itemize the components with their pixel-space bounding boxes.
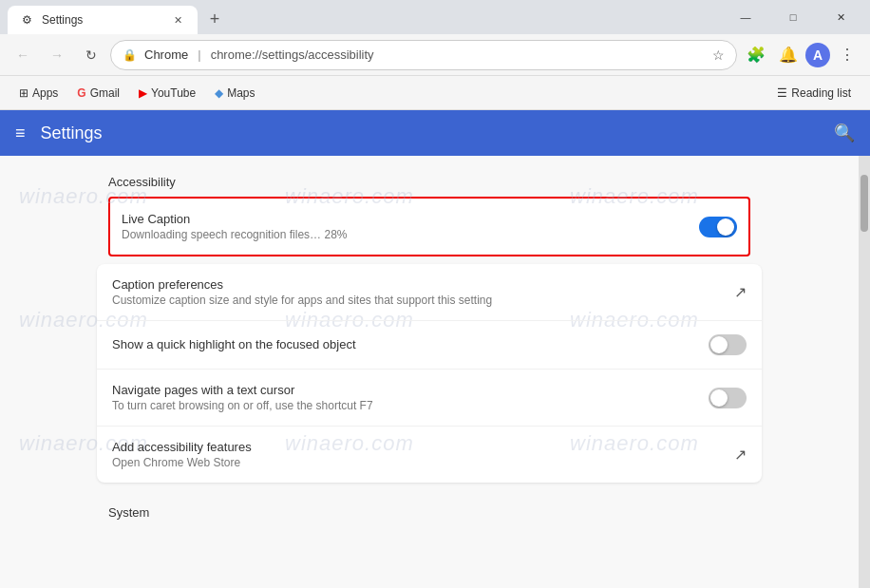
caret-browsing-toggle[interactable] [709,388,747,408]
system-section: System [78,505,781,520]
bookmark-youtube[interactable]: ▶ YouTube [131,83,203,104]
live-caption-content: Live Caption Downloading speech recognit… [122,212,699,241]
forward-button[interactable]: → [42,40,72,70]
section-gap [0,483,859,498]
back-button[interactable]: ← [8,40,38,70]
reading-list-button[interactable]: ☰ Reading list [769,83,859,104]
live-caption-highlighted: Live Caption Downloading speech recognit… [108,197,750,256]
caret-browsing-title: Navigate pages with a text cursor [112,383,709,397]
bookmark-maps-label: Maps [227,86,255,100]
caret-browsing-action[interactable] [709,388,747,408]
live-caption-desc: Downloading speech recognition files… 28… [122,228,699,241]
address-path: chrome://settings/accessibility [211,47,374,62]
system-section-title: System [97,505,762,520]
reading-list-icon: ☰ [777,86,787,100]
caret-browsing-content: Navigate pages with a text cursor To tur… [112,383,709,412]
tab-favicon: ⚙ [19,12,34,28]
window-controls: — □ ✕ [724,2,862,32]
content-area: winaero.com winaero.com winaero.com wina… [0,156,870,588]
caption-preferences-content: Caption preferences Customize caption si… [112,277,734,307]
accessibility-settings-card: Caption preferences Customize caption si… [97,264,762,483]
settings-page-title: Settings [41,123,819,143]
caret-browsing-row: Navigate pages with a text cursor To tur… [97,370,762,427]
focus-highlight-action[interactable] [709,334,747,355]
close-button[interactable]: ✕ [819,2,862,32]
bookmark-apps-label: Apps [32,86,58,100]
reading-list-label: Reading list [791,86,851,100]
address-bar[interactable]: 🔒 Chrome | chrome://settings/accessibili… [110,40,737,70]
menu-icon[interactable]: ≡ [15,123,26,143]
caption-preferences-external-link-icon[interactable]: ↗ [734,283,747,301]
live-caption-toggle-thumb [717,218,734,236]
accessibility-features-action[interactable]: ↗ [734,446,747,464]
gmail-icon: G [77,86,85,100]
tab-close-button[interactable]: ✕ [169,11,186,28]
bookmark-apps[interactable]: ⊞ Apps [11,83,66,104]
avatar[interactable]: A [805,43,830,67]
lock-icon: 🔒 [123,48,137,62]
tabs-area: ⚙ Settings ✕ + [8,0,724,34]
new-tab-button[interactable]: + [201,6,228,32]
bookmark-maps[interactable]: ◆ Maps [207,83,262,104]
focus-highlight-row: Show a quick highlight on the focused ob… [97,321,762,370]
caption-preferences-title: Caption preferences [112,277,734,292]
refresh-button[interactable]: ↻ [76,40,106,70]
caption-preferences-row: Caption preferences Customize caption si… [97,264,762,321]
more-menu-icon[interactable]: ⋮ [832,40,862,70]
bookmark-icon[interactable]: ☆ [712,47,725,63]
notifications-icon[interactable]: 🔔 [773,40,804,70]
live-caption-row: Live Caption Downloading speech recognit… [110,199,748,255]
apps-icon: ⊞ [19,86,28,100]
content-main: Accessibility Live Caption Downloading s… [0,156,859,588]
active-tab[interactable]: ⚙ Settings ✕ [8,6,198,34]
live-caption-title: Live Caption [122,212,699,226]
live-caption-toggle[interactable] [699,217,737,237]
accessibility-features-content: Add accessibility features Open Chrome W… [112,440,734,469]
live-caption-action[interactable] [699,217,737,237]
tab-title: Settings [42,13,161,27]
youtube-icon: ▶ [139,86,147,100]
caption-preferences-desc: Customize caption size and style for app… [112,294,734,307]
bookmark-gmail[interactable]: G Gmail [69,83,127,104]
titlebar: ⚙ Settings ✕ + — □ ✕ [0,0,870,34]
extensions-icon[interactable]: 🧩 [741,40,771,70]
accessibility-features-desc: Open Chrome Web Store [112,456,734,469]
maximize-button[interactable]: □ [771,2,815,32]
focus-highlight-content: Show a quick highlight on the focused ob… [112,337,709,353]
settings-search-icon[interactable]: 🔍 [834,123,855,143]
accessibility-features-external-link-icon[interactable]: ↗ [734,446,747,464]
focus-highlight-title: Show a quick highlight on the focused ob… [112,337,709,351]
bookmarks-bar: ⊞ Apps G Gmail ▶ YouTube ◆ Maps ☰ Readin… [0,76,870,110]
scrollbar[interactable] [859,156,870,588]
focus-highlight-toggle-thumb [710,336,728,353]
accessibility-section: Accessibility Live Caption Downloading s… [78,175,781,483]
address-separator: | [198,47,200,62]
caret-browsing-toggle-thumb [710,389,728,407]
bookmark-youtube-label: YouTube [151,86,196,100]
bookmark-gmail-label: Gmail [90,86,120,100]
accessibility-features-title: Add accessibility features [112,440,734,454]
toolbar-right: 🧩 🔔 A ⋮ [741,40,862,70]
focus-highlight-toggle[interactable] [709,334,747,355]
caption-preferences-action[interactable]: ↗ [734,283,747,301]
accessibility-features-row: Add accessibility features Open Chrome W… [97,427,762,483]
maps-icon: ◆ [215,86,223,100]
settings-header: ≡ Settings 🔍 [0,110,870,156]
accessibility-section-title: Accessibility [97,175,762,189]
browser-toolbar: ← → ↻ 🔒 Chrome | chrome://settings/acces… [0,34,870,76]
minimize-button[interactable]: — [724,2,767,32]
caret-browsing-desc: To turn caret browsing on or off, use th… [112,399,709,412]
address-site: Chrome [144,47,188,62]
scrollbar-thumb[interactable] [861,175,868,232]
